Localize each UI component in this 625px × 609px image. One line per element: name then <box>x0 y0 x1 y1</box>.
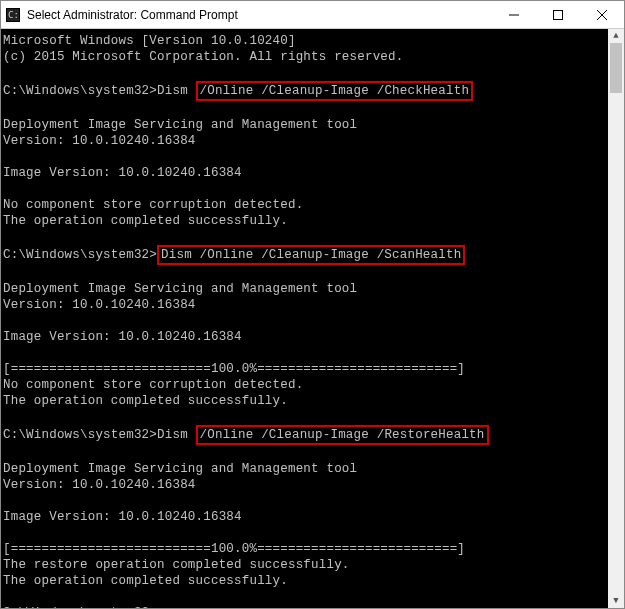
scroll-up-arrow-icon[interactable]: ▲ <box>608 29 624 43</box>
console-output[interactable]: Microsoft Windows [Version 10.0.10240] (… <box>1 29 624 608</box>
console-line: [==========================100.0%=======… <box>3 361 624 377</box>
console-line: [==========================100.0%=======… <box>3 541 624 557</box>
console-prompt-line: C:\Windows\system32> <box>3 605 624 608</box>
scroll-down-arrow-icon[interactable]: ▼ <box>608 594 624 608</box>
console-line: (c) 2015 Microsoft Corporation. All righ… <box>3 49 624 65</box>
vertical-scrollbar[interactable]: ▲ ▼ <box>608 29 624 608</box>
console-line: Version: 10.0.10240.16384 <box>3 297 624 313</box>
close-button[interactable] <box>580 1 624 29</box>
svg-rect-4 <box>554 10 563 19</box>
highlight-box: /Online /Cleanup-Image /CheckHealth <box>196 81 474 101</box>
console-line: No component store corruption detected. <box>3 377 624 393</box>
svg-text:C:: C: <box>8 10 19 20</box>
console-line: Deployment Image Servicing and Managemen… <box>3 117 624 133</box>
maximize-button[interactable] <box>536 1 580 29</box>
highlight-box: /Online /Cleanup-Image /RestoreHealth <box>196 425 489 445</box>
console-line: The operation completed successfully. <box>3 213 624 229</box>
console-line: Image Version: 10.0.10240.16384 <box>3 509 624 525</box>
app-icon: C: <box>5 7 21 23</box>
console-line: The operation completed successfully. <box>3 393 624 409</box>
console-line: C:\Windows\system32>Dism /Online /Cleanu… <box>3 425 624 445</box>
titlebar[interactable]: C: Select Administrator: Command Prompt <box>1 1 624 29</box>
highlight-box: Dism /Online /Cleanup-Image /ScanHealth <box>157 245 465 265</box>
console-line: Deployment Image Servicing and Managemen… <box>3 281 624 297</box>
window-title: Select Administrator: Command Prompt <box>27 8 238 22</box>
console-line: Image Version: 10.0.10240.16384 <box>3 329 624 345</box>
scrollbar-thumb[interactable] <box>610 43 622 93</box>
console-line: C:\Windows\system32>Dism /Online /Cleanu… <box>3 245 624 265</box>
command-prompt-window: C: Select Administrator: Command Prompt … <box>0 0 625 609</box>
console-line: Deployment Image Servicing and Managemen… <box>3 461 624 477</box>
console-line: The operation completed successfully. <box>3 573 624 589</box>
console-line: Version: 10.0.10240.16384 <box>3 133 624 149</box>
console-line: The restore operation completed successf… <box>3 557 624 573</box>
console-line: Image Version: 10.0.10240.16384 <box>3 165 624 181</box>
console-line: Version: 10.0.10240.16384 <box>3 477 624 493</box>
console-line: Microsoft Windows [Version 10.0.10240] <box>3 33 624 49</box>
console-line: C:\Windows\system32>Dism /Online /Cleanu… <box>3 81 624 101</box>
console-line: No component store corruption detected. <box>3 197 624 213</box>
minimize-button[interactable] <box>492 1 536 29</box>
